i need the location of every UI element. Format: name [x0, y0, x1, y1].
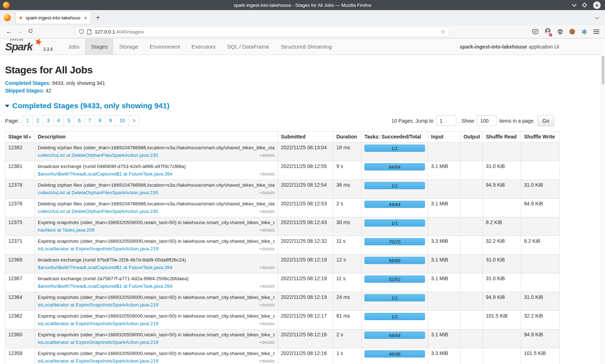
- menu-icon[interactable]: [593, 29, 599, 34]
- column-header-shuffle-read[interactable]: Shuffle Read: [483, 132, 521, 142]
- spark-navbar: APACHE Spark ★ 3.3.0 JobsStagesStorageEn…: [0, 38, 605, 55]
- scrollbar-thumb[interactable]: [602, 56, 604, 85]
- jump-to-input[interactable]: [436, 115, 456, 126]
- asterisk-extension-icon[interactable]: [581, 29, 587, 35]
- column-header-stage-id[interactable]: Stage Id▾: [5, 132, 35, 142]
- pagination-row: Page: 12345678910> 10 Pages. Jump to . S…: [5, 115, 600, 126]
- new-tab-button[interactable]: +: [96, 14, 100, 21]
- nav-tab-structured-streaming[interactable]: Structured Streaming: [275, 38, 338, 55]
- forward-button[interactable]: →: [14, 28, 25, 35]
- duration-cell: 11 s: [333, 236, 362, 255]
- shuffle-write-cell: 101.5 KiB: [521, 348, 560, 364]
- stage-detail-link[interactable]: toLocalIterator at ExpireSnapshotsSparkA…: [38, 246, 158, 252]
- submitted-cell: 2022/11/25 08:12:43: [278, 217, 333, 236]
- maximize-icon[interactable]: [582, 3, 587, 8]
- stage-id-cell: 12368: [5, 255, 35, 273]
- page-button-5[interactable]: 5: [63, 115, 74, 126]
- window-titlebar: spark-ingest-into-lakehouse - Stages for…: [0, 0, 605, 10]
- stage-detail-link[interactable]: toLocalIterator at ExpireSnapshotsSparkA…: [38, 302, 158, 308]
- details-toggle[interactable]: +details: [259, 264, 275, 271]
- stage-description: Deleting orphan files (older_than=166910…: [38, 201, 275, 207]
- stage-detail-link[interactable]: collectAsList at DeleteOrphanFilesSparkA…: [38, 190, 158, 196]
- page-button-2[interactable]: 2: [32, 115, 43, 126]
- next-page-button[interactable]: >: [129, 115, 139, 126]
- spark-brand[interactable]: APACHE Spark ★ 3.3.0: [5, 38, 53, 55]
- close-icon[interactable]: ×: [593, 1, 601, 9]
- stage-id-cell: 12371: [5, 236, 35, 255]
- browser-tab[interactable]: ★ spark-ingest-into-lakehous ×: [16, 12, 91, 24]
- page-button-7[interactable]: 7: [84, 115, 95, 126]
- column-header-tasks-succeeded-total[interactable]: Tasks: Succeeded/Total: [362, 132, 428, 142]
- column-header-description[interactable]: Description: [35, 132, 278, 142]
- stage-id-cell: 12362: [5, 311, 35, 329]
- details-toggle[interactable]: +details: [259, 171, 275, 177]
- stage-detail-link[interactable]: toLocalIterator at ExpireSnapshotsSparkA…: [38, 358, 158, 364]
- spark-nav-tabs: JobsStagesStorageEnvironmentExecutorsSQL…: [62, 38, 338, 55]
- details-toggle[interactable]: +details: [259, 208, 275, 215]
- application-id: spark-ingest-into-lakehouse application …: [460, 38, 605, 55]
- cookie-extension-icon[interactable]: [569, 29, 575, 35]
- page-button-10[interactable]: 10: [115, 115, 129, 126]
- url-bar[interactable]: 127.0.0.1:4040/stages/ ☆: [75, 27, 449, 37]
- stage-detail-link[interactable]: collectAsList at DeleteOrphanFilesSparkA…: [38, 152, 158, 159]
- stage-detail-link[interactable]: collectAsList at DeleteOrphanFilesSparkA…: [38, 208, 158, 215]
- stage-detail-link[interactable]: hasNext at Tasks.java:209: [38, 227, 94, 233]
- reload-button[interactable]: [25, 28, 36, 35]
- page-button-6[interactable]: 6: [74, 115, 85, 126]
- skipped-stages-link[interactable]: Skipped Stages:: [5, 88, 44, 94]
- nav-tab-executors[interactable]: Executors: [186, 38, 221, 55]
- input-cell: 3.1 MiB: [428, 273, 461, 292]
- page-button-4[interactable]: 4: [53, 115, 64, 126]
- shuffle-write-cell: 31.0 KiB: [521, 180, 560, 199]
- column-header-input[interactable]: Input: [428, 132, 461, 142]
- go-button[interactable]: Go: [537, 115, 554, 126]
- items-per-page-input[interactable]: [476, 115, 497, 126]
- details-toggle[interactable]: +details: [259, 283, 275, 290]
- shuffle-read-cell: 94.9 KiB: [483, 292, 521, 311]
- stage-detail-link[interactable]: $anonfun$withThreadLocalCaptured$1 at Fu…: [38, 264, 172, 271]
- nav-tab-jobs[interactable]: Jobs: [62, 38, 85, 55]
- completed-stages-section-toggle[interactable]: Completed Stages (9433, only showing 941…: [5, 101, 600, 110]
- stage-detail-link[interactable]: toLocalIterator at ExpireSnapshotsSparkA…: [38, 320, 158, 327]
- url-text[interactable]: 127.0.0.1:4040/stages/: [95, 29, 438, 35]
- list-all-tabs-button[interactable]: [596, 17, 599, 19]
- page-button-8[interactable]: 8: [95, 115, 106, 126]
- column-header-shuffle-write[interactable]: Shuffle Write: [521, 132, 560, 142]
- page-button-1[interactable]: 1: [22, 115, 33, 126]
- stage-detail-link[interactable]: $anonfun$withThreadLocalCaptured$1 at Fu…: [38, 283, 172, 290]
- minimize-icon[interactable]: [572, 2, 577, 7]
- stage-detail-link[interactable]: $anonfun$withThreadLocalCaptured$1 at Fu…: [38, 171, 172, 177]
- page-scrollbar[interactable]: [601, 38, 605, 364]
- skipped-stages-value: 42: [46, 88, 51, 94]
- account-extension-icon[interactable]: ×: [544, 28, 551, 36]
- details-toggle[interactable]: +details: [259, 339, 275, 346]
- column-header-output[interactable]: Output: [461, 132, 483, 142]
- details-toggle[interactable]: +details: [259, 227, 275, 233]
- details-toggle[interactable]: +details: [259, 190, 275, 196]
- details-toggle[interactable]: +details: [259, 320, 275, 327]
- pocket-icon[interactable]: [532, 29, 538, 35]
- nav-tab-stages[interactable]: Stages: [85, 38, 113, 55]
- page-button-3[interactable]: 3: [43, 115, 54, 126]
- nav-tab-environment[interactable]: Environment: [144, 38, 186, 55]
- tab-close-icon[interactable]: ×: [83, 15, 88, 21]
- ublock-icon[interactable]: UO: [557, 29, 563, 35]
- details-toggle[interactable]: +details: [259, 358, 275, 364]
- bookmark-star-icon[interactable]: ☆: [441, 28, 445, 35]
- nav-tab-storage[interactable]: Storage: [113, 38, 144, 55]
- tasks-progress-label: 1/1: [391, 295, 398, 301]
- page-button-9[interactable]: 9: [105, 115, 116, 126]
- app-name: spark-ingest-into-lakehouse: [460, 44, 527, 50]
- stage-detail-link[interactable]: toLocalIterator at ExpireSnapshotsSparkA…: [38, 339, 158, 346]
- column-header-submitted[interactable]: Submitted: [278, 132, 333, 142]
- shield-icon[interactable]: [79, 29, 84, 35]
- page-info-icon[interactable]: [87, 29, 91, 35]
- back-button[interactable]: ←: [4, 28, 14, 35]
- details-toggle[interactable]: +details: [259, 152, 275, 159]
- shuffle-read-cell: 32.2 KiB: [483, 236, 521, 255]
- nav-tab-sql-dataframe[interactable]: SQL / DataFrame: [221, 38, 275, 55]
- details-toggle[interactable]: +details: [259, 302, 275, 308]
- details-toggle[interactable]: +details: [259, 246, 275, 252]
- completed-stages-link[interactable]: Completed Stages:: [5, 80, 51, 86]
- column-header-duration[interactable]: Duration: [333, 132, 362, 142]
